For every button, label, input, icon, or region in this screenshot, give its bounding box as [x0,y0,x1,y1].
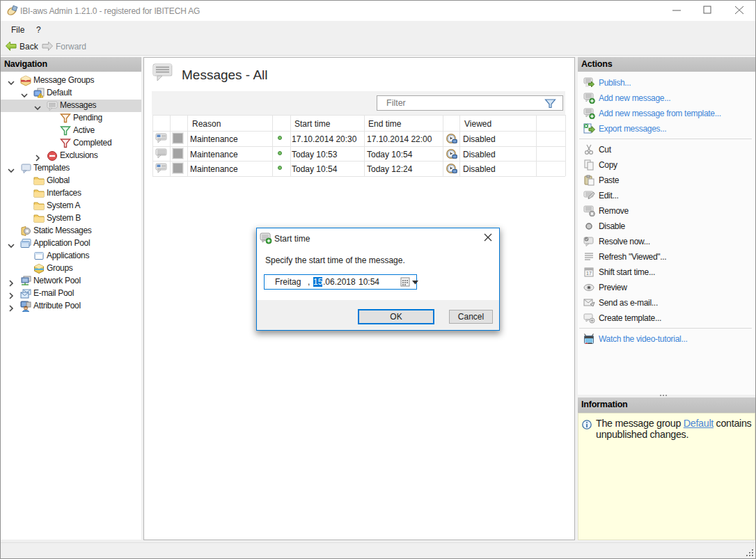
svg-text:17: 17 [586,271,592,276]
svg-text:!: ! [40,94,41,98]
